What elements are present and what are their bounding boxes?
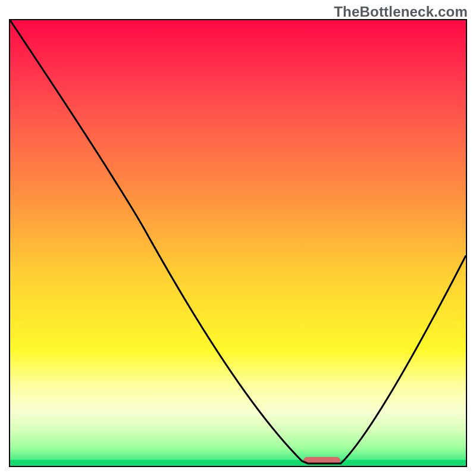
bottleneck-curve	[10, 20, 466, 466]
plot-area	[9, 19, 467, 467]
watermark-text: TheBottleneck.com	[334, 4, 468, 20]
chart-container: TheBottleneck.com	[0, 0, 476, 476]
